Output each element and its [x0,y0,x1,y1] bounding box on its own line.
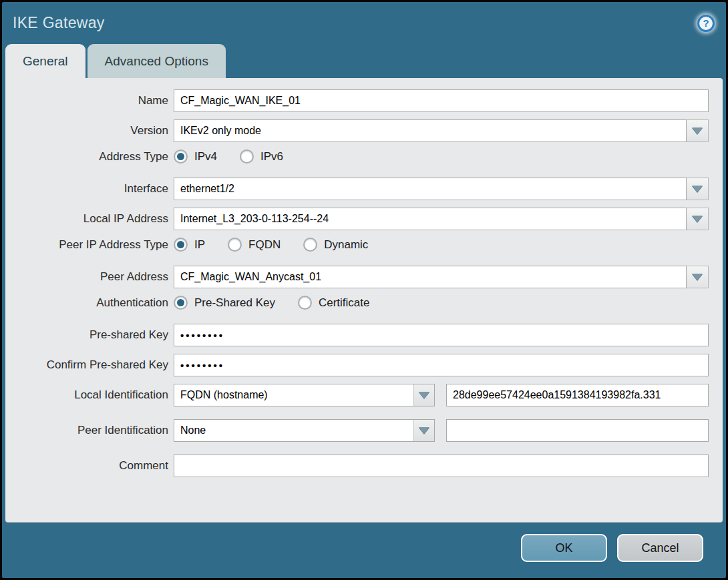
radio-unselected-icon [228,238,242,252]
chevron-down-icon [419,392,429,398]
address-type-ipv4-option[interactable]: IPv4 [174,150,217,164]
radio-selected-icon [174,238,188,252]
local-identification-label: Local Identification [5,388,168,402]
peer-address-select-value: CF_Magic_WAN_Anycast_01 [174,266,687,288]
version-select-value: IKEv2 only mode [174,119,687,142]
ok-button[interactable]: OK [521,534,607,562]
local-identification-row: Local Identification FQDN (hostname) [5,384,709,406]
interface-label: Interface [5,182,168,196]
name-label: Name [5,94,168,107]
chevron-down-icon [692,127,703,134]
local-ip-address-dropdown-button[interactable] [687,208,709,230]
radio-unselected-icon [240,150,254,164]
peer-identification-row: Peer Identification None [5,419,709,442]
cancel-button[interactable]: Cancel [617,534,703,562]
comment-label: Comment [5,459,168,473]
authentication-label: Authentication [5,296,168,310]
peer-identification-label: Peer Identification [5,424,168,437]
peer-address-label: Peer Address [5,270,168,284]
version-dropdown-button[interactable] [687,119,709,142]
peer-identification-dropdown-button[interactable] [413,420,434,441]
version-select[interactable]: IKEv2 only mode [174,119,709,142]
chevron-down-icon [692,216,703,222]
interface-row: Interface ethernet1/2 [5,178,709,200]
pre-shared-key-input[interactable] [174,324,709,346]
local-ip-address-select[interactable]: Internet_L3_203-0-113-254--24 [174,208,709,230]
auth-certificate-option[interactable]: Certificate [298,296,370,310]
radio-unselected-icon [303,238,317,252]
name-input[interactable] [174,89,709,112]
ike-gateway-dialog: IKE Gateway ? General Advanced Options N… [0,0,728,580]
radio-unselected-icon [298,296,312,310]
local-ip-address-row: Local IP Address Internet_L3_203-0-113-2… [5,208,709,230]
general-tab-panel: Name Version IKEv2 only mode Address Typ… [5,78,723,523]
authentication-row: Authentication Pre-Shared Key Certificat… [5,296,709,310]
comment-row: Comment [5,455,709,477]
local-identification-type-select[interactable]: FQDN (hostname) [174,384,435,406]
pre-shared-key-row: Pre-shared Key [5,324,709,346]
peer-address-row: Peer Address CF_Magic_WAN_Anycast_01 [5,266,709,288]
confirm-pre-shared-key-row: Confirm Pre-shared Key [5,354,709,376]
local-ip-address-select-value: Internet_L3_203-0-113-254--24 [174,208,687,230]
chevron-down-icon [692,274,703,280]
tab-general[interactable]: General [5,44,85,78]
auth-pre-shared-key-option[interactable]: Pre-Shared Key [174,296,275,310]
peer-identification-value-input[interactable] [446,419,709,442]
radio-selected-icon [174,296,188,310]
local-identification-dropdown-button[interactable] [413,384,434,406]
interface-dropdown-button[interactable] [687,178,709,200]
dialog-title: IKE Gateway [13,14,105,32]
tab-advanced-options-label: Advanced Options [105,54,208,69]
peer-ip-address-type-row: Peer IP Address Type IP FQDN Dynamic [5,238,709,252]
address-type-ipv6-option[interactable]: IPv6 [240,150,283,164]
address-type-row: Address Type IPv4 IPv6 [5,150,709,164]
radio-selected-icon [174,150,188,164]
title-bar: IKE Gateway ? [2,2,726,44]
local-ip-address-label: Local IP Address [5,212,168,226]
peer-ip-type-ip-option[interactable]: IP [174,238,205,252]
confirm-pre-shared-key-label: Confirm Pre-shared Key [5,358,168,372]
tab-advanced-options[interactable]: Advanced Options [87,44,226,78]
peer-address-select[interactable]: CF_Magic_WAN_Anycast_01 [174,266,709,288]
interface-select-value: ethernet1/2 [174,178,687,200]
address-type-label: Address Type [5,150,168,164]
peer-address-dropdown-button[interactable] [687,266,709,288]
help-icon[interactable]: ? [697,15,715,32]
confirm-pre-shared-key-input[interactable] [174,354,709,376]
tab-bar: General Advanced Options [2,44,726,78]
peer-ip-address-type-label: Peer IP Address Type [5,238,168,252]
interface-select[interactable]: ethernet1/2 [174,178,709,200]
footer-bar: OK Cancel [2,523,726,578]
tab-general-label: General [23,54,68,69]
peer-ip-type-fqdn-option[interactable]: FQDN [228,238,281,252]
local-identification-type-value: FQDN (hostname) [174,384,413,406]
chevron-down-icon [419,427,429,434]
name-row: Name [5,89,709,112]
chevron-down-icon [692,186,703,192]
comment-input[interactable] [174,455,709,477]
peer-ip-type-dynamic-option[interactable]: Dynamic [303,238,368,252]
pre-shared-key-label: Pre-shared Key [5,328,168,342]
peer-identification-type-select[interactable]: None [174,419,435,442]
peer-identification-type-value: None [174,420,413,441]
version-label: Version [5,124,168,137]
version-row: Version IKEv2 only mode [5,119,709,142]
local-identification-value-input[interactable] [446,384,709,406]
